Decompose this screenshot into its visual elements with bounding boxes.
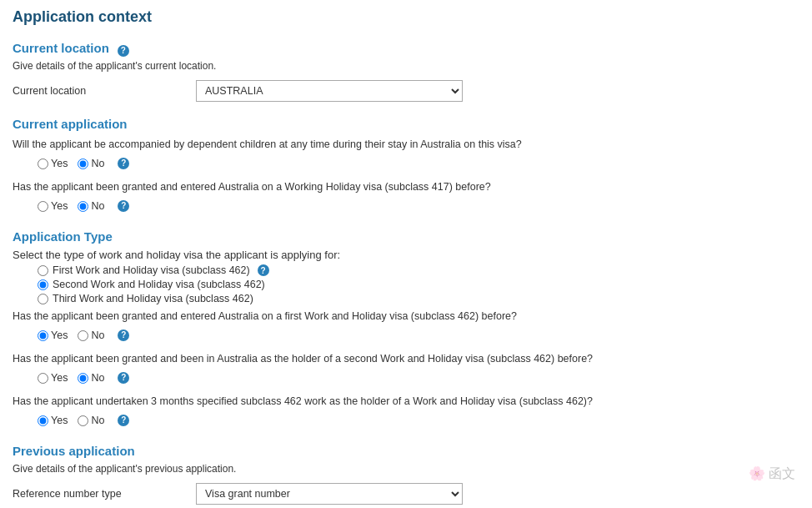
current-location-section: Current location ? Give details of the a… — [13, 41, 799, 102]
sub-question-text-2: Has the applicant been granted and been … — [13, 350, 799, 367]
current-location-select[interactable]: AUSTRALIA OTHER — [196, 80, 463, 102]
sq3-yes-option[interactable]: Yes — [38, 412, 68, 429]
type3-label: Third Work and Holiday visa (subclass 46… — [53, 293, 253, 304]
current-location-row: Current location AUSTRALIA OTHER — [13, 80, 799, 102]
current-application-section: Current application Will the applicant b… — [13, 117, 799, 214]
sq3-no-radio[interactable] — [78, 415, 88, 426]
sq1-no-label: No — [91, 327, 104, 344]
sq2-yes-option[interactable]: Yes — [38, 370, 68, 386]
watermark: 🌸 函文 — [749, 465, 795, 483]
sq2-yes-label: Yes — [51, 370, 68, 386]
q2-no-option[interactable]: No — [78, 198, 104, 214]
application-type-desc: Select the type of work and holiday visa… — [13, 249, 799, 261]
application-type-title: Application Type — [13, 229, 799, 244]
previous-application-title: Previous application — [13, 444, 799, 458]
current-location-desc: Give details of the applicant's current … — [13, 60, 799, 72]
sq2-no-option[interactable]: No — [78, 370, 104, 386]
sq3-no-label: No — [91, 412, 104, 429]
radio-group-2: Yes No ? — [13, 198, 799, 214]
q1-yes-label: Yes — [51, 155, 68, 172]
sq1-radio-group: Yes No ? — [13, 327, 799, 344]
sub-question-text-3: Has the applicant undertaken 3 months sp… — [13, 393, 799, 410]
question-row-2: Has the applicant been granted and enter… — [13, 179, 799, 214]
type-option-3: Third Work and Holiday visa (subclass 46… — [38, 293, 799, 304]
question-row-1: Will the applicant be accompanied by dep… — [13, 136, 799, 172]
sq3-yes-radio[interactable] — [38, 415, 48, 426]
ref-number-type-select[interactable]: Visa grant number Transaction reference … — [196, 483, 463, 505]
sq2-help-icon[interactable]: ? — [118, 372, 129, 384]
sq3-yes-label: Yes — [51, 412, 68, 429]
q1-no-radio[interactable] — [78, 158, 88, 169]
sq3-radio-group: Yes No ? — [13, 412, 799, 429]
sub-question-row-3: Has the applicant undertaken 3 months sp… — [13, 393, 799, 429]
q2-yes-label: Yes — [51, 198, 68, 214]
type-option-2: Second Work and Holiday visa (subclass 4… — [38, 279, 799, 290]
current-application-title: Current application — [13, 117, 799, 131]
q2-yes-radio[interactable] — [38, 201, 48, 212]
current-location-help-icon[interactable]: ? — [118, 45, 129, 57]
previous-application-desc: Give details of the applicant's previous… — [13, 463, 799, 475]
type1-radio[interactable] — [38, 265, 48, 276]
previous-application-section: Previous application Give details of the… — [13, 444, 799, 508]
ref-number-type-row: Reference number type Visa grant number … — [13, 483, 799, 505]
sq2-yes-radio[interactable] — [38, 373, 48, 384]
sq1-no-radio[interactable] — [78, 330, 88, 341]
sub-question-text-1: Has the applicant been granted and enter… — [13, 308, 799, 324]
current-location-control: AUSTRALIA OTHER — [196, 80, 799, 102]
ref-number-type-label: Reference number type — [13, 488, 196, 500]
type1-help-icon[interactable]: ? — [258, 264, 269, 276]
sq3-help-icon[interactable]: ? — [118, 415, 129, 426]
type2-label: Second Work and Holiday visa (subclass 4… — [53, 279, 265, 290]
type3-radio[interactable] — [38, 294, 48, 304]
sq1-yes-option[interactable]: Yes — [38, 327, 68, 344]
q1-no-label: No — [91, 155, 104, 172]
q2-no-radio[interactable] — [78, 201, 88, 212]
type-option-1: First Work and Holiday visa (subclass 46… — [38, 264, 799, 276]
question-text-2: Has the applicant been granted and enter… — [13, 179, 799, 195]
sq1-yes-radio[interactable] — [38, 330, 48, 341]
sub-question-row-1: Has the applicant been granted and enter… — [13, 308, 799, 344]
radio-group-1: Yes No ? — [13, 155, 799, 172]
sq2-radio-group: Yes No ? — [13, 370, 799, 386]
sq2-no-radio[interactable] — [78, 373, 88, 384]
q2-no-label: No — [91, 198, 104, 214]
type1-label: First Work and Holiday visa (subclass 46… — [53, 264, 250, 276]
page-title: Application context — [13, 8, 799, 29]
q2-yes-option[interactable]: Yes — [38, 198, 68, 214]
q2-help-icon[interactable]: ? — [118, 200, 129, 212]
question-text-1: Will the applicant be accompanied by dep… — [13, 136, 799, 153]
sub-question-row-2: Has the applicant been granted and been … — [13, 350, 799, 386]
application-type-options: First Work and Holiday visa (subclass 46… — [13, 264, 799, 304]
sq2-no-label: No — [91, 370, 104, 386]
q1-help-icon[interactable]: ? — [118, 158, 129, 169]
sq1-no-option[interactable]: No — [78, 327, 104, 344]
sq1-help-icon[interactable]: ? — [118, 329, 129, 341]
sq3-no-option[interactable]: No — [78, 412, 104, 429]
ref-number-type-control: Visa grant number Transaction reference … — [196, 483, 799, 505]
application-type-section: Application Type Select the type of work… — [13, 229, 799, 429]
type2-radio[interactable] — [38, 279, 48, 290]
q1-yes-radio[interactable] — [38, 158, 48, 169]
sq1-yes-label: Yes — [51, 327, 68, 344]
current-location-label: Current location — [13, 85, 196, 97]
q1-no-option[interactable]: No — [78, 155, 104, 172]
current-location-title: Current location — [13, 41, 109, 55]
q1-yes-option[interactable]: Yes — [38, 155, 68, 172]
